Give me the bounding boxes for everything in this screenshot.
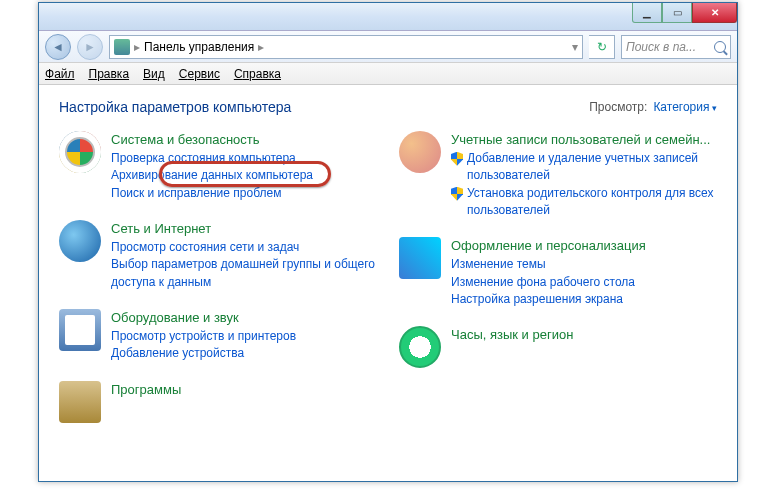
heading-row: Настройка параметров компьютера Просмотр… — [59, 99, 717, 115]
link-troubleshoot[interactable]: Поиск и исправление проблем — [111, 185, 313, 202]
back-button[interactable]: ◄ — [45, 34, 71, 60]
box-icon — [59, 381, 101, 423]
view-by-label: Просмотр: — [589, 100, 647, 114]
category-columns: Система и безопасность Проверка состояни… — [59, 131, 717, 423]
right-column: Учетные записи пользователей и семейн...… — [399, 131, 717, 423]
breadcrumb-root[interactable]: Панель управления — [144, 40, 254, 54]
uac-shield-icon — [451, 152, 463, 166]
link-homegroup[interactable]: Выбор параметров домашней группы и общег… — [111, 256, 377, 291]
menu-file[interactable]: Файл — [45, 67, 75, 81]
breadcrumb-chevron-icon: ▸ — [258, 40, 264, 54]
breadcrumb-chevron-icon: ▸ — [134, 40, 140, 54]
minimize-button[interactable] — [632, 3, 662, 23]
control-panel-icon — [114, 39, 130, 55]
category-title-users[interactable]: Учетные записи пользователей и семейн... — [451, 131, 710, 150]
category-hardware: Оборудование и звук Просмотр устройств и… — [59, 309, 377, 363]
security-shield-icon — [59, 131, 101, 173]
link-parental-controls[interactable]: Установка родительского контроля для все… — [451, 185, 717, 220]
dropdown-icon[interactable]: ▾ — [572, 40, 578, 54]
category-title-clock[interactable]: Часы, язык и регион — [451, 326, 573, 345]
category-system-security: Система и безопасность Проверка состояни… — [59, 131, 377, 202]
search-input[interactable]: Поиск в пa... — [621, 35, 731, 59]
people-icon — [399, 131, 441, 173]
search-icon — [714, 41, 726, 53]
link-check-status[interactable]: Проверка состояния компьютера — [111, 150, 313, 167]
link-backup[interactable]: Архивирование данных компьютера — [111, 167, 313, 184]
window-controls — [632, 3, 737, 23]
link-change-wallpaper[interactable]: Изменение фона рабочего стола — [451, 274, 646, 291]
view-by-select[interactable]: Категория — [653, 100, 717, 114]
uac-shield-icon — [451, 187, 463, 201]
category-programs: Программы — [59, 381, 377, 423]
category-title-appearance[interactable]: Оформление и персонализация — [451, 237, 646, 256]
link-change-theme[interactable]: Изменение темы — [451, 256, 646, 273]
category-title-security[interactable]: Система и безопасность — [111, 131, 260, 150]
menu-view[interactable]: Вид — [143, 67, 165, 81]
navigation-row: ◄ ► ▸ Панель управления ▸ ▾ ↻ Поиск в пa… — [39, 31, 737, 63]
forward-button[interactable]: ► — [77, 34, 103, 60]
category-clock: Часы, язык и регион — [399, 326, 717, 368]
content-area: Настройка параметров компьютера Просмотр… — [39, 85, 737, 481]
clock-icon — [399, 326, 441, 368]
category-appearance: Оформление и персонализация Изменение те… — [399, 237, 717, 308]
menu-help[interactable]: Справка — [234, 67, 281, 81]
globe-icon — [59, 220, 101, 262]
monitor-icon — [399, 237, 441, 279]
menu-edit[interactable]: Правка — [89, 67, 130, 81]
refresh-button[interactable]: ↻ — [589, 35, 615, 59]
category-users: Учетные записи пользователей и семейн...… — [399, 131, 717, 219]
titlebar — [39, 3, 737, 31]
category-network: Сеть и Интернет Просмотр состояния сети … — [59, 220, 377, 291]
close-button[interactable] — [692, 3, 737, 23]
link-add-remove-users[interactable]: Добавление и удаление учетных записей по… — [451, 150, 717, 185]
link-add-device[interactable]: Добавление устройства — [111, 345, 296, 362]
category-title-hardware[interactable]: Оборудование и звук — [111, 309, 239, 328]
menu-bar: Файл Правка Вид Сервис Справка — [39, 63, 737, 85]
category-title-programs[interactable]: Программы — [111, 381, 181, 400]
maximize-button[interactable] — [662, 3, 692, 23]
link-network-status[interactable]: Просмотр состояния сети и задач — [111, 239, 377, 256]
link-devices[interactable]: Просмотр устройств и принтеров — [111, 328, 296, 345]
link-resolution[interactable]: Настройка разрешения экрана — [451, 291, 646, 308]
printer-icon — [59, 309, 101, 351]
view-by-group: Просмотр: Категория — [589, 100, 717, 114]
left-column: Система и безопасность Проверка состояни… — [59, 131, 377, 423]
search-placeholder: Поиск в пa... — [626, 40, 696, 54]
control-panel-window: ◄ ► ▸ Панель управления ▸ ▾ ↻ Поиск в пa… — [38, 2, 738, 482]
menu-tools[interactable]: Сервис — [179, 67, 220, 81]
category-title-network[interactable]: Сеть и Интернет — [111, 220, 211, 239]
breadcrumb-bar[interactable]: ▸ Панель управления ▸ ▾ — [109, 35, 583, 59]
page-title: Настройка параметров компьютера — [59, 99, 291, 115]
